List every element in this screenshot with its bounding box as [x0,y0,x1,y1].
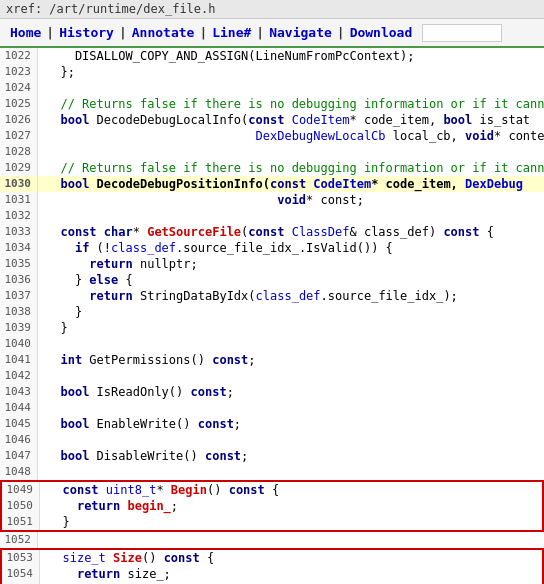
breadcrumb-text: xref: /art/runtime/dex_file.h [6,2,216,16]
highlight-block-1: 1049 const uint8_t* Begin() const { 1050… [0,480,544,532]
code-line-1039: 1039 } [0,320,544,336]
code-line-1025: 1025 // Returns false if there is no deb… [0,96,544,112]
code-line-1051: 1051 } [2,514,542,530]
code-line-1043: 1043 bool IsReadOnly() const; [0,384,544,400]
code-line-1027: 1027 DexDebugNewLocalCb local_cb, void* … [0,128,544,144]
code-line-1029: 1029 // Returns false if there is no deb… [0,160,544,176]
code-line-1052: 1052 [0,532,544,548]
nav-history[interactable]: History [55,23,118,42]
nav-navigate[interactable]: Navigate [265,23,336,42]
highlight-block-2: 1053 size_t Size() const { 1054 return s… [0,548,544,584]
code-line-1037: 1037 return StringDataByIdx(class_def.so… [0,288,544,304]
code-line-1038: 1038 } [0,304,544,320]
code-line-1054: 1054 return size_; [2,566,542,582]
code-line-1050: 1050 return begin_; [2,498,542,514]
code-line-1044: 1044 [0,400,544,416]
nav-lineno[interactable]: Line# [208,23,255,42]
code-line-1032: 1032 [0,208,544,224]
nav-home[interactable]: Home [6,23,45,42]
code-line-1053: 1053 size_t Size() const { [2,550,542,566]
code-line-1026: 1026 bool DecodeDebugLocalInfo(const Cod… [0,112,544,128]
code-line-1024: 1024 [0,80,544,96]
code-line-1047: 1047 bool DisableWrite() const; [0,448,544,464]
code-line-1048: 1048 [0,464,544,480]
code-line-1030: 1030 bool DecodeDebugPositionInfo(const … [0,176,544,192]
code-line-1041: 1041 int GetPermissions() const; [0,352,544,368]
nav-search-input[interactable] [422,24,502,42]
code-line-1031: 1031 void* const; [0,192,544,208]
code-line-1040: 1040 [0,336,544,352]
nav-download[interactable]: Download [346,23,417,42]
nav-annotate[interactable]: Annotate [128,23,199,42]
code-line-1042: 1042 [0,368,544,384]
code-line-1028: 1028 [0,144,544,160]
code-line-1035: 1035 return nullptr; [0,256,544,272]
code-line-1045: 1045 bool EnableWrite() const; [0,416,544,432]
nav-bar: Home | History | Annotate | Line# | Navi… [0,19,544,48]
code-line-1049: 1049 const uint8_t* Begin() const { [2,482,542,498]
code-line-1034: 1034 if (!class_def.source_file_idx_.IsV… [0,240,544,256]
code-line-1033: 1033 const char* GetSourceFile(const Cla… [0,224,544,240]
code-line-1046: 1046 [0,432,544,448]
code-line-1036: 1036 } else { [0,272,544,288]
breadcrumb-bar: xref: /art/runtime/dex_file.h [0,0,544,19]
code-line-1022: 1022 DISALLOW_COPY_AND_ASSIGN(LineNumFro… [0,48,544,64]
code-line-1023: 1023 }; [0,64,544,80]
code-area: 1022 DISALLOW_COPY_AND_ASSIGN(LineNumFro… [0,48,544,584]
